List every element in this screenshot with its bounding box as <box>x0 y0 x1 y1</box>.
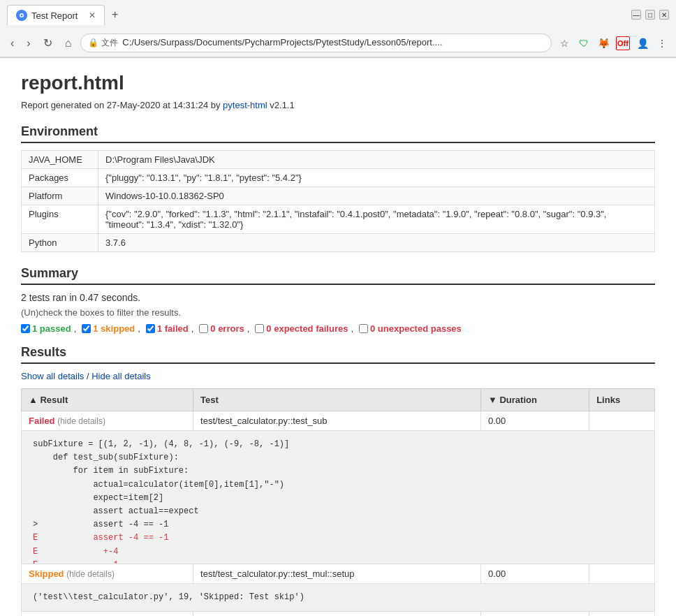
environment-table: JAVA_HOMED:\Program Files\Java\JDKPackag… <box>21 150 655 252</box>
detail-line-normal: subFixture = [(1, 2, -1), (4, 8, -1), (-… <box>33 438 643 451</box>
env-value: 3.7.6 <box>98 234 655 252</box>
detail-line-normal: expect=item[2] <box>33 492 643 505</box>
detail-content: ('test\\test_calculator.py', 19, 'Skippe… <box>22 584 654 611</box>
detail-line-pointer: > assert -4 == -1 <box>33 518 643 531</box>
pytest-html-link[interactable]: pytest-html <box>223 100 267 110</box>
minimize-button[interactable]: — <box>631 10 641 20</box>
results-title: Results <box>21 345 655 364</box>
filter-checkbox-failed[interactable] <box>146 324 155 333</box>
env-value: Windows-10-10.0.18362-SP0 <box>98 187 655 205</box>
summary-section: 2 tests ran in 0.47 seconds. (Un)check t… <box>21 292 655 334</box>
result-cell: Failed (hide details) <box>22 411 193 431</box>
result-details-toggle[interactable]: (hide details) <box>66 569 115 579</box>
hide-all-link[interactable]: Hide all details <box>91 371 151 381</box>
col-header-links[interactable]: Links <box>589 389 655 411</box>
refresh-button[interactable]: ↻ <box>40 35 56 51</box>
filter-text: (Un)check the boxes to filter the result… <box>21 307 655 318</box>
filter-checkbox-xpass[interactable] <box>359 324 368 333</box>
page-title: report.html <box>21 72 655 94</box>
result-status: Skipped <box>29 569 64 579</box>
detail-line-error: E --1 <box>33 559 643 564</box>
menu-icon[interactable]: ⋮ <box>655 36 669 50</box>
filter-item-passed: 1 passed <box>21 323 71 334</box>
report-meta: Report generated on 27-May-2020 at 14:31… <box>21 100 655 110</box>
duration-cell: 0.00 <box>481 612 589 616</box>
title-bar: Test Report ✕ + — □ ✕ <box>0 0 676 29</box>
back-button[interactable]: ‹ <box>7 36 17 51</box>
col-header-result[interactable]: ▲ Result <box>22 389 193 411</box>
col-header-duration[interactable]: ▼ Duration <box>481 389 589 411</box>
duration-cell: 0.00 <box>481 411 589 431</box>
env-key: Plugins <box>22 205 98 234</box>
result-row: Skipped (hide details)test/test_calculat… <box>22 564 655 584</box>
duration-cell: 0.00 <box>481 564 589 584</box>
detail-row: ('test\\test_calculator.py', 19, 'Skippe… <box>22 584 655 612</box>
new-tab-button[interactable]: + <box>105 4 125 25</box>
active-tab[interactable]: Test Report ✕ <box>7 5 105 25</box>
detail-line-error: E +-4 <box>33 545 643 559</box>
maximize-button[interactable]: □ <box>645 10 655 20</box>
bookmark-icon[interactable]: ☆ <box>557 36 571 50</box>
filter-separator: , <box>74 323 77 334</box>
tab-close-button[interactable]: ✕ <box>89 10 96 20</box>
extension-icon[interactable]: Off <box>616 36 630 50</box>
filter-separator: , <box>138 323 140 334</box>
close-button[interactable]: ✕ <box>659 10 669 20</box>
address-text: C:/Users/Surpass/Documents/PycharmProjec… <box>122 37 442 47</box>
results-table: ▲ ResultTest▼ DurationLinks Failed (hide… <box>21 388 655 616</box>
test-cell: test/test_calculator.py::test_mul::setup <box>193 564 481 584</box>
env-row: Packages{"pluggy": "0.13.1", "py": "1.8.… <box>22 169 655 187</box>
env-value: {"pluggy": "0.13.1", "py": "1.8.1", "pyt… <box>98 169 655 187</box>
test-cell: test/test_calculator.py::test_add <box>193 612 481 616</box>
result-row: Failed (hide details)test/test_calculato… <box>22 411 655 431</box>
links-cell <box>589 411 655 431</box>
filter-checkbox-errors[interactable] <box>199 324 208 333</box>
env-key: Platform <box>22 187 98 205</box>
home-button[interactable]: ⌂ <box>61 36 75 51</box>
env-key: Packages <box>22 169 98 187</box>
forward-button[interactable]: › <box>23 36 34 51</box>
filter-label-xpass: 0 unexpected passes <box>370 323 462 334</box>
detail-content: subFixture = [(1, 2, -1), (4, 8, -1), (-… <box>22 431 654 564</box>
filter-checkbox-skipped[interactable] <box>82 324 91 333</box>
env-row: Plugins{"cov": "2.9.0", "forked": "1.1.3… <box>22 205 655 234</box>
browser-chrome: Test Report ✕ + — □ ✕ ‹ › ↻ ⌂ 🔒 文件 C:/Us… <box>0 0 676 58</box>
links-cell <box>589 612 655 616</box>
tab-title: Test Report <box>31 10 78 21</box>
environment-title: Environment <box>21 124 655 143</box>
shield-icon[interactable]: 🛡 <box>577 36 591 50</box>
result-cell: Skipped (hide details) <box>22 564 193 584</box>
detail-row: subFixture = [(1, 2, -1), (4, 8, -1), (-… <box>22 431 655 564</box>
filter-checkbox-xfail[interactable] <box>255 324 264 333</box>
sort-desc-icon: ▼ <box>488 395 499 405</box>
detail-cell: subFixture = [(1, 2, -1), (4, 8, -1), (-… <box>22 431 655 564</box>
page-content: report.html Report generated on 27-May-2… <box>0 58 676 616</box>
env-row: JAVA_HOMED:\Program Files\Java\JDK <box>22 151 655 169</box>
detail-line-normal: def test_sub(subFixture): <box>33 451 643 464</box>
filter-separator: , <box>247 323 250 334</box>
results-links: Show all details / Hide all details <box>21 371 655 381</box>
links-cell <box>589 564 655 584</box>
show-all-link[interactable]: Show all details <box>21 371 84 381</box>
tab-bar: Test Report ✕ + <box>7 4 125 25</box>
result-status: Failed <box>29 416 55 426</box>
addon-icon[interactable]: 🦊 <box>596 36 610 50</box>
summary-stats: 2 tests ran in 0.47 seconds. <box>21 292 655 303</box>
account-icon[interactable]: 👤 <box>635 36 649 50</box>
filter-label-skipped: 1 skipped <box>93 323 135 334</box>
filter-separator: , <box>351 323 353 334</box>
filter-item-xpass: 0 unexpected passes <box>359 323 462 334</box>
filter-checkboxes: 1 passed,1 skipped,1 failed,0 errors,0 e… <box>21 323 655 334</box>
result-details-toggle[interactable]: (hide details) <box>57 416 105 426</box>
col-header-test[interactable]: Test <box>193 389 481 411</box>
filter-label-failed: 1 failed <box>157 323 189 334</box>
filter-item-xfail: 0 expected failures <box>255 323 348 334</box>
summary-title: Summary <box>21 266 655 285</box>
address-input[interactable]: 🔒 文件 C:/Users/Surpass/Documents/PycharmP… <box>80 34 552 52</box>
env-value: {"cov": "2.9.0", "forked": "1.1.3", "htm… <box>98 205 655 234</box>
env-key: JAVA_HOME <box>22 151 98 169</box>
address-bar: ‹ › ↻ ⌂ 🔒 文件 C:/Users/Surpass/Documents/… <box>0 29 676 57</box>
filter-label-errors: 0 errors <box>210 323 244 334</box>
filter-checkbox-passed[interactable] <box>21 324 30 333</box>
detail-cell: ('test\\test_calculator.py', 19, 'Skippe… <box>22 584 655 612</box>
